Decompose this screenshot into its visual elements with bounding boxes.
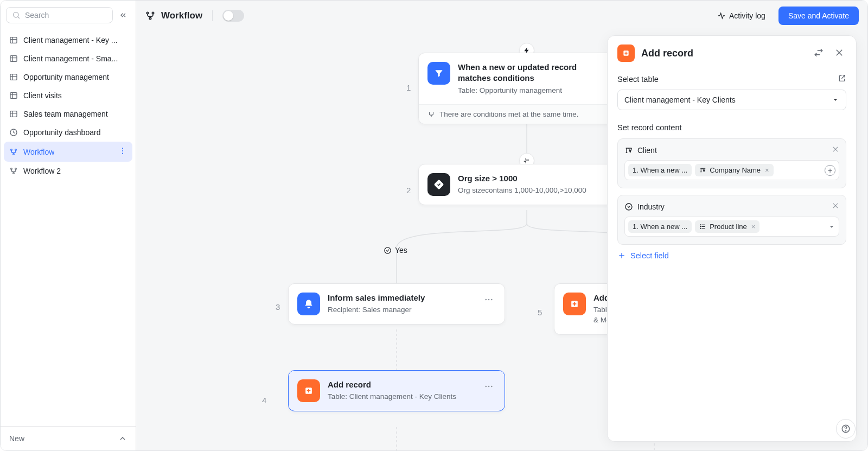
activity-icon [717, 11, 726, 20]
remove-token-button[interactable]: × [751, 223, 756, 231]
save-activate-button[interactable]: Save and Activate [778, 7, 859, 25]
node-condition[interactable]: Org size > 1000 Org sizecontains 1,000-1… [418, 164, 635, 205]
close-icon [834, 48, 844, 58]
caret-down-icon[interactable] [828, 223, 835, 231]
remove-token-button[interactable]: × [765, 166, 769, 174]
sidebar-item-label: Sales team management [23, 110, 108, 118]
selected-table-value: Client management - Key Clients [624, 96, 736, 104]
node-trigger[interactable]: When a new or updated record matches con… [418, 53, 635, 124]
svg-point-0 [14, 12, 18, 17]
search-input[interactable]: Search [6, 7, 113, 23]
dashboard-icon [9, 128, 18, 137]
collapse-sidebar-button[interactable] [116, 8, 130, 22]
plus-icon [617, 251, 626, 260]
sidebar-new-button[interactable]: New [1, 426, 136, 450]
node-add-record-key[interactable]: Add record Table: Client management - Ke… [288, 370, 505, 411]
open-external-button[interactable] [838, 74, 846, 84]
branch-yes-label: Yes [384, 246, 407, 255]
sidebar-item-sales-team[interactable]: Sales team management [4, 105, 132, 123]
panel-title: Add record [641, 48, 805, 59]
record-field-industry: Industry 1. When a new ... Product line … [617, 195, 846, 245]
node-inform[interactable]: Inform sales immediately Recipient: Sale… [288, 283, 505, 325]
more-icon[interactable] [118, 147, 127, 157]
sidebar-item-client-visits[interactable]: Client visits [4, 86, 132, 105]
swap-icon [814, 48, 824, 58]
node-subtitle: Org sizecontains 1,000-10,000,>10,000 [458, 186, 602, 196]
set-content-label: Set record content [617, 123, 846, 132]
external-link-icon [838, 74, 846, 82]
sidebar-item-label: Client visits [23, 91, 62, 100]
sidebar-item-label: Workflow 2 [23, 167, 61, 175]
svg-point-18 [11, 149, 12, 150]
sidebar-item-label: Opportunity dashboard [23, 128, 100, 137]
node-title: When a new or updated record matches con… [458, 62, 602, 84]
divider [212, 10, 213, 21]
svg-point-54 [485, 386, 487, 388]
close-icon [832, 145, 839, 153]
table-select[interactable]: Client management - Key Clients [617, 90, 846, 110]
svg-point-29 [149, 17, 151, 19]
table-icon [9, 91, 18, 100]
inspector-panel: Add record Select table Client managemen… [607, 35, 857, 442]
sidebar-item-label: Workflow [23, 148, 54, 156]
field-value-input[interactable]: 1. When a new ... Company Name × + [624, 160, 839, 180]
node-more-button[interactable] [482, 379, 496, 395]
node-number: 4 [262, 396, 266, 405]
svg-point-79 [845, 430, 846, 431]
sidebar-item-dashboard[interactable]: Opportunity dashboard [4, 123, 132, 142]
remove-field-button[interactable] [832, 202, 839, 211]
sidebar-item-workflow-2[interactable]: Workflow 2 [4, 162, 132, 180]
activate-toggle[interactable] [222, 10, 244, 22]
svg-point-19 [15, 149, 17, 150]
node-more-button[interactable] [482, 293, 496, 308]
field-name: Client [637, 146, 657, 155]
page-title: Workflow [145, 10, 202, 21]
close-icon [832, 202, 839, 209]
svg-point-21 [122, 148, 123, 149]
svg-point-51 [491, 299, 493, 301]
token-step-ref[interactable]: 1. When a new ... [628, 164, 692, 176]
node-subtitle: Table: Client management - Key Clients [328, 392, 472, 402]
workflow-icon [145, 10, 156, 21]
help-button[interactable] [836, 419, 856, 439]
close-panel-button[interactable] [832, 46, 846, 61]
svg-rect-14 [10, 111, 17, 117]
svg-rect-8 [10, 74, 17, 80]
select-field-button[interactable]: Select field [617, 251, 846, 260]
main: Workflow Activity log Save and Activate [136, 1, 867, 450]
svg-point-22 [122, 150, 123, 151]
sidebar-item-client-small[interactable]: Client management - Sma... [4, 49, 132, 68]
table-icon [9, 54, 18, 63]
svg-point-28 [152, 12, 154, 14]
sidebar-item-opportunity[interactable]: Opportunity management [4, 68, 132, 86]
expand-button[interactable] [812, 46, 826, 61]
table-icon [9, 36, 18, 45]
field-value-input[interactable]: 1. When a new ... Product line × [624, 217, 839, 237]
node-number: 5 [538, 308, 542, 317]
table-icon [9, 110, 18, 118]
svg-rect-11 [10, 93, 17, 99]
node-subtitle: Table: Opportunity management [458, 86, 602, 96]
table-icon [9, 73, 18, 81]
sidebar: Search Client management - Key ... Clien… [1, 1, 136, 450]
remove-field-button[interactable] [832, 145, 839, 155]
token-field-ref[interactable]: Product line × [695, 220, 760, 233]
node-title: Org size > 1000 [458, 173, 602, 184]
node-number: 1 [406, 83, 411, 92]
add-token-button[interactable]: + [825, 165, 835, 176]
activity-log-button[interactable]: Activity log [712, 8, 771, 23]
node-number: 3 [276, 302, 280, 312]
svg-rect-2 [10, 37, 17, 43]
svg-point-49 [485, 299, 487, 301]
svg-point-26 [13, 173, 15, 174]
node-title: Inform sales immediately [328, 293, 472, 303]
token-field-ref[interactable]: Company Name × [695, 164, 774, 176]
chevron-up-icon [118, 434, 127, 443]
sidebar-item-label: Client management - Key ... [23, 36, 118, 45]
token-step-ref[interactable]: 1. When a new ... [628, 220, 692, 233]
add-record-icon [297, 379, 320, 402]
sidebar-item-client-key[interactable]: Client management - Key ... [4, 31, 132, 49]
node-number: 2 [406, 186, 411, 195]
sidebar-item-workflow[interactable]: Workflow [4, 142, 132, 162]
svg-point-56 [491, 386, 493, 388]
